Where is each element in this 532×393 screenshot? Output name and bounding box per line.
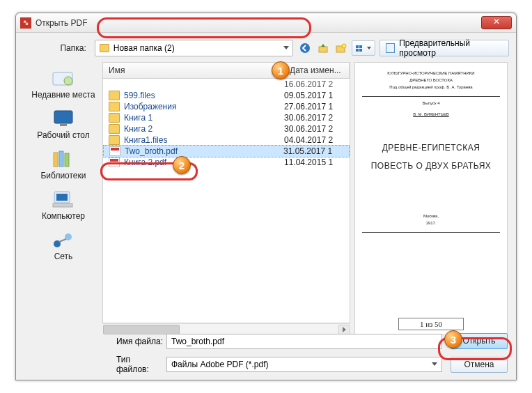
recent-places-icon: [51, 68, 76, 88]
folder-icon: [109, 113, 120, 123]
folder-combo-value: Новая папка (2): [114, 43, 175, 53]
column-name[interactable]: Имя: [103, 63, 284, 78]
place-recent[interactable]: Недавние места: [30, 68, 97, 100]
titlebar: ⤡ Открыть PDF ✕: [16, 13, 516, 33]
file-list[interactable]: 16.06.2017 2 599.files09.05.2017 1 Изобр…: [102, 79, 350, 323]
filetype-combo[interactable]: Файлы Adobe PDF (*.pdf): [166, 357, 442, 372]
svg-line-16: [59, 239, 66, 242]
pdf-icon: [109, 157, 120, 167]
filename-label: Имя файла:: [102, 337, 166, 346]
place-network[interactable]: Сеть: [30, 229, 97, 261]
new-folder-button[interactable]: [334, 40, 349, 56]
svg-rect-10: [65, 153, 69, 167]
folder-icon: [100, 44, 109, 52]
svg-rect-1: [319, 47, 327, 52]
filetype-label: Тип файлов:: [102, 355, 166, 374]
preview-line: Выпуск 4: [422, 101, 439, 105]
preview-line: В. М. ВИКЕНТЬЕВ: [413, 112, 448, 116]
desktop-icon: [51, 108, 76, 129]
open-file-dialog: ⤡ Открыть PDF ✕ Папка: Новая папка (2) П…: [15, 13, 517, 380]
svg-rect-13: [53, 203, 72, 207]
computer-icon: [51, 189, 76, 210]
folder-icon: [109, 102, 120, 111]
place-libraries[interactable]: Библиотеки: [30, 148, 97, 180]
open-button[interactable]: Открыть: [451, 333, 508, 349]
svg-rect-9: [59, 151, 63, 167]
app-icon: ⤡: [20, 17, 31, 29]
filename-input[interactable]: [166, 334, 442, 349]
svg-point-3: [342, 44, 346, 48]
svg-point-0: [300, 43, 310, 53]
list-item[interactable]: 599.files09.05.2017 1: [103, 90, 350, 101]
folder-icon: [109, 91, 120, 100]
libraries-icon: [51, 148, 76, 169]
list-item[interactable]: 16.06.2017 2: [103, 79, 350, 90]
preview-title: ДРЕВНЕ-ЕГИПЕТСКАЯ: [382, 143, 480, 153]
folder-combo[interactable]: Новая папка (2): [95, 40, 293, 56]
window-title: Открыть PDF: [36, 18, 87, 28]
preview-line: 1917.: [425, 221, 436, 225]
filetype-value: Файлы Adobe PDF (*.pdf): [171, 360, 269, 369]
list-item[interactable]: Книга 130.06.2017 2: [103, 112, 350, 123]
preview-button-label: Предварительный просмотр: [399, 38, 503, 58]
list-item[interactable]: Книга 2.pdf11.04.2015 1: [103, 157, 350, 168]
up-one-level-button[interactable]: [315, 40, 331, 56]
folder-icon: [109, 135, 120, 145]
folder-label: Папка:: [23, 43, 91, 53]
column-date[interactable]: Дата измен...: [284, 63, 350, 78]
preview-line: Под общей редакцией проф. Б. А. Тураева: [389, 85, 472, 89]
network-icon: [51, 229, 76, 250]
file-list-pane: Имя Дата измен... 16.06.2017 2 599.files…: [102, 62, 350, 335]
svg-rect-6: [54, 111, 72, 123]
list-headers: Имя Дата измен...: [102, 62, 350, 79]
list-item[interactable]: Книга 230.06.2017 2: [103, 123, 350, 134]
preview-title: ПОВЕСТЬ О ДВУХ БРАТЬЯХ: [371, 161, 492, 171]
list-item[interactable]: Книга1.files04.04.2017 2: [103, 134, 350, 146]
preview-line: ДРЕВНЕГО ВОСТОКА: [409, 78, 453, 82]
place-desktop[interactable]: Рабочий стол: [30, 108, 97, 140]
bottom-panel: Имя файла: Открыть Тип файлов: Файлы Ado…: [24, 333, 508, 374]
toolbar: Папка: Новая папка (2) Предварительный п…: [16, 33, 516, 61]
svg-rect-7: [60, 124, 67, 126]
preview-pane: КУЛЬТУРНО-ИСТОРИЧЕСКИЕ ПАМЯТНИКИ ДРЕВНЕГ…: [354, 62, 508, 335]
folder-icon: [109, 124, 120, 134]
pdf-icon: [109, 146, 120, 156]
place-computer[interactable]: Компьютер: [30, 189, 97, 221]
preview-line: Москва,: [423, 214, 439, 218]
preview-toggle-button[interactable]: Предварительный просмотр: [380, 40, 509, 56]
svg-rect-12: [56, 194, 68, 201]
svg-rect-8: [54, 153, 58, 167]
chevron-down-icon: [432, 362, 437, 366]
preview-page-counter: 1 из 50: [398, 318, 464, 330]
list-item[interactable]: Изображения27.06.2017 1: [103, 101, 350, 112]
cancel-button[interactable]: Отмена: [451, 357, 508, 373]
places-bar: Недавние места Рабочий стол Библиотеки К…: [24, 62, 102, 335]
views-button[interactable]: [352, 40, 375, 56]
list-item-selected[interactable]: Two_broth.pdf31.05.2017 1: [103, 145, 350, 157]
chevron-down-icon: [283, 46, 289, 49]
preview-line: КУЛЬТУРНО-ИСТОРИЧЕСКИЕ ПАМЯТНИКИ: [387, 71, 474, 75]
svg-point-5: [64, 77, 72, 85]
back-button[interactable]: [297, 40, 313, 56]
preview-icon: [386, 43, 395, 53]
close-button[interactable]: ✕: [481, 16, 512, 29]
